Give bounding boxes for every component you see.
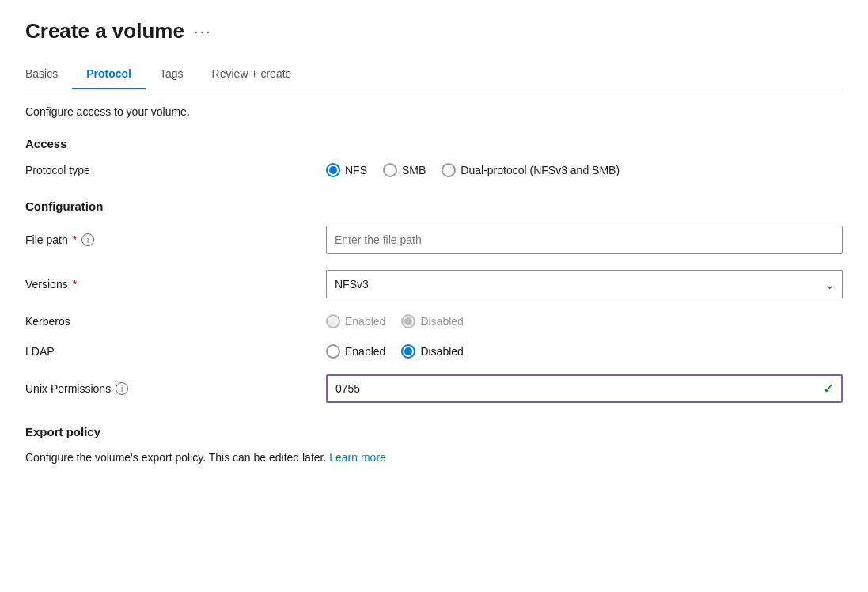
kerberos-radio-group: Enabled Disabled [326, 314, 843, 328]
protocol-smb-radio[interactable] [383, 163, 397, 177]
kerberos-disabled-label: Disabled [420, 315, 463, 328]
versions-select[interactable]: NFSv3 NFSv4.1 [326, 270, 843, 298]
kerberos-disabled-radio [401, 314, 415, 328]
ldap-disabled-option[interactable]: Disabled [401, 344, 463, 359]
unix-permissions-input[interactable] [326, 374, 843, 403]
ldap-control: Enabled Disabled [326, 344, 843, 359]
learn-more-link[interactable]: Learn more [329, 451, 386, 464]
kerberos-label: Kerberos [25, 315, 326, 328]
versions-control: NFSv3 NFSv4.1 ⌄ [326, 270, 843, 298]
ldap-disabled-radio[interactable] [401, 344, 415, 359]
kerberos-control: Enabled Disabled [326, 314, 843, 328]
access-section: Access Protocol type NFS SMB Dual-protoc… [25, 137, 843, 177]
protocol-nfs-radio[interactable] [326, 163, 340, 177]
file-path-info-icon[interactable]: i [81, 233, 94, 246]
kerberos-enabled-option: Enabled [326, 314, 385, 328]
versions-label: Versions * [25, 278, 326, 290]
export-policy-description: Configure the volume's export policy. Th… [25, 451, 843, 464]
protocol-smb-label: SMB [402, 164, 426, 176]
versions-row: Versions * NFSv3 NFSv4.1 ⌄ [25, 270, 843, 298]
unix-permissions-input-wrapper: ✓ [326, 374, 843, 403]
ldap-label: LDAP [25, 345, 326, 358]
tab-basics[interactable]: Basics [25, 59, 72, 89]
ldap-radio-group: Enabled Disabled [326, 344, 843, 359]
protocol-type-radio-group: NFS SMB Dual-protocol (NFSv3 and SMB) [326, 163, 843, 177]
file-path-input[interactable] [326, 226, 843, 254]
configuration-section: Configuration File path * i Versions * N… [25, 199, 843, 403]
protocol-nfs-label: NFS [345, 164, 367, 176]
versions-select-wrapper: NFSv3 NFSv4.1 ⌄ [326, 270, 843, 298]
tab-protocol[interactable]: Protocol [72, 59, 146, 89]
tab-tags[interactable]: Tags [146, 59, 198, 89]
export-policy-section: Export policy Configure the volume's exp… [25, 425, 843, 464]
unix-permissions-label: Unix Permissions i [25, 382, 326, 395]
kerberos-row: Kerberos Enabled Disabled [25, 314, 843, 328]
access-section-title: Access [25, 137, 843, 150]
tab-review-create[interactable]: Review + create [198, 59, 306, 89]
ldap-enabled-label: Enabled [345, 345, 385, 358]
page-title: Create a volume [25, 19, 184, 44]
protocol-smb-option[interactable]: SMB [383, 163, 426, 177]
protocol-dual-option[interactable]: Dual-protocol (NFSv3 and SMB) [442, 163, 620, 177]
configuration-section-title: Configuration [25, 199, 843, 213]
protocol-nfs-option[interactable]: NFS [326, 163, 367, 177]
kerberos-disabled-option: Disabled [401, 314, 463, 328]
tab-nav: Basics Protocol Tags Review + create [25, 59, 843, 89]
protocol-type-label: Protocol type [25, 164, 326, 176]
kerberos-enabled-radio [326, 314, 340, 328]
file-path-control [326, 226, 843, 254]
protocol-dual-label: Dual-protocol (NFSv3 and SMB) [461, 164, 620, 176]
unix-permissions-check-icon: ✓ [823, 380, 835, 397]
protocol-type-control: NFS SMB Dual-protocol (NFSv3 and SMB) [326, 163, 843, 177]
unix-permissions-row: Unix Permissions i ✓ [25, 374, 843, 403]
ldap-enabled-option[interactable]: Enabled [326, 344, 385, 359]
ldap-row: LDAP Enabled Disabled [25, 344, 843, 359]
section-subtitle: Configure access to your volume. [25, 105, 843, 118]
ldap-disabled-label: Disabled [420, 345, 463, 358]
protocol-type-row: Protocol type NFS SMB Dual-protocol (NFS… [25, 163, 843, 177]
kerberos-enabled-label: Enabled [345, 315, 385, 328]
file-path-required: * [73, 233, 77, 246]
export-policy-title: Export policy [25, 425, 843, 438]
unix-permissions-control: ✓ [326, 374, 843, 403]
file-path-label: File path * i [25, 233, 326, 246]
unix-permissions-info-icon[interactable]: i [116, 382, 128, 395]
ldap-enabled-radio[interactable] [326, 344, 340, 359]
file-path-row: File path * i [25, 226, 843, 254]
more-options-icon[interactable]: ··· [194, 22, 212, 40]
protocol-dual-radio[interactable] [442, 163, 456, 177]
versions-required: * [73, 278, 77, 290]
